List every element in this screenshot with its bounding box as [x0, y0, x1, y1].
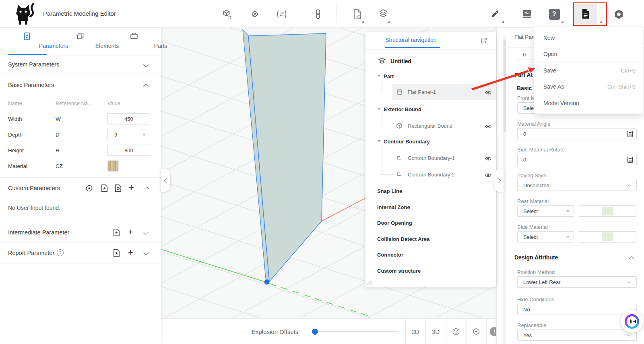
- tree-group-contour-boundary[interactable]: Contour Boundary: [384, 139, 430, 145]
- view-3d-button[interactable]: 3D: [425, 319, 446, 344]
- material-swatch[interactable]: [107, 160, 119, 172]
- visibility-eye-icon[interactable]: [485, 155, 491, 163]
- view-2d-button[interactable]: 2D: [405, 319, 425, 344]
- tree-item-flat-panel-1[interactable]: Flat Panel-1: [408, 89, 436, 95]
- explosion-slider-handle[interactable]: [312, 329, 318, 335]
- tree-group-snap-line[interactable]: Snap Line: [377, 188, 402, 194]
- monitor-activity-icon[interactable]: [520, 8, 534, 20]
- tree-group-connector[interactable]: Connector: [377, 252, 403, 258]
- section-custom-parameters[interactable]: Custom Parameters: [8, 185, 60, 191]
- panel-resize-handle[interactable]: [367, 280, 372, 287]
- rear-material-select[interactable]: Select: [517, 205, 574, 217]
- tree-group-collision-detect-area[interactable]: Collision Detect Area: [377, 236, 429, 242]
- chevron-up-icon[interactable]: [629, 256, 634, 261]
- tree-group-custom-structure[interactable]: Custom structure: [377, 268, 421, 274]
- visibility-eye-icon[interactable]: [485, 89, 491, 97]
- assistant-widget[interactable]: [621, 310, 643, 333]
- pencil-icon[interactable]: [487, 8, 502, 20]
- file-export-icon[interactable]: [114, 184, 122, 194]
- swap-icon[interactable]: [275, 8, 289, 20]
- depth-select[interactable]: 9: [107, 129, 150, 140]
- structural-navigation-tab[interactable]: Structural navigation: [385, 37, 437, 43]
- tab-parameters[interactable]: Parameters: [0, 27, 54, 56]
- section-system-parameters[interactable]: System Parameters: [8, 61, 59, 68]
- front-material-label: Front M: [517, 95, 535, 101]
- hide-conditions-input[interactable]: No: [517, 304, 637, 315]
- menu-item-label: New: [543, 35, 555, 41]
- collapse-right-panel-handle[interactable]: [494, 169, 504, 192]
- side-material-select[interactable]: Select: [517, 231, 574, 242]
- tree-item-rectangular-bound[interactable]: Rectangular Bound: [408, 123, 452, 129]
- chevron-down-icon[interactable]: [143, 250, 149, 255]
- height-input[interactable]: 800: [107, 145, 150, 156]
- width-input[interactable]: 450: [107, 113, 150, 124]
- link-icon[interactable]: [311, 8, 325, 20]
- file-star-icon[interactable]: [113, 249, 120, 259]
- material-angle-label: Material Angle: [517, 121, 550, 127]
- collapse-left-panel-handle[interactable]: [161, 169, 170, 192]
- calculator-icon[interactable]: [627, 131, 633, 137]
- column-header-value: Value: [107, 100, 120, 106]
- help-circle-icon[interactable]: ?: [57, 249, 64, 256]
- app-logo-cat[interactable]: [12, 2, 38, 26]
- menu-item-save-as[interactable]: Save As Ctrl+Shift+S: [534, 79, 643, 95]
- tab-elements[interactable]: Elements: [54, 27, 107, 56]
- expanded-triangle-icon[interactable]: [378, 140, 381, 142]
- explosion-slider-track[interactable]: [312, 331, 398, 332]
- rear-material-swatch[interactable]: [579, 205, 636, 217]
- origin-point[interactable]: [264, 280, 270, 285]
- expanded-triangle-icon[interactable]: [378, 108, 381, 110]
- visibility-eye-icon[interactable]: [485, 123, 491, 131]
- menu-item-new[interactable]: New: [534, 30, 643, 46]
- component-icon[interactable]: [220, 8, 234, 20]
- material-angle-input[interactable]: 0: [517, 128, 637, 139]
- calculator-icon[interactable]: [627, 156, 633, 163]
- side-material-rotate-input[interactable]: 0: [517, 154, 637, 165]
- menu-item-save[interactable]: Save Ctrl+S: [534, 62, 643, 79]
- add-parameter-button[interactable]: +: [128, 228, 133, 236]
- file-star-icon[interactable]: [113, 228, 120, 238]
- chevron-down-icon[interactable]: [143, 62, 149, 67]
- file-star-icon[interactable]: [101, 184, 108, 194]
- isometric-view-button[interactable]: [446, 319, 466, 344]
- tab-parts[interactable]: Parts: [107, 27, 161, 56]
- tree-group-internal-zone[interactable]: Internal Zone: [377, 204, 410, 210]
- tree-item-contour-boundary-1[interactable]: Contour Boundary-1: [408, 155, 455, 161]
- settings-nut-icon[interactable]: [611, 8, 626, 20]
- section-report-parameter[interactable]: Report Parameter: [8, 250, 54, 256]
- menu-item-open[interactable]: Open: [534, 46, 643, 62]
- target-icon[interactable]: [85, 184, 93, 194]
- tree-root-untitled[interactable]: Untitled: [390, 58, 411, 64]
- help-icon[interactable]: ?: [547, 8, 561, 20]
- chevron-up-icon[interactable]: [144, 187, 149, 192]
- replaceable-select[interactable]: Yes: [517, 329, 637, 341]
- tree-item-contour-boundary-2[interactable]: Contour Boundary-2: [408, 172, 455, 178]
- menu-item-model-version[interactable]: Model Version: [534, 95, 643, 111]
- expand-panel-icon[interactable]: [481, 37, 487, 45]
- add-parameter-button[interactable]: +: [128, 249, 133, 257]
- position-method-select[interactable]: Lower Left Rear: [517, 276, 637, 288]
- publish-model-icon[interactable]: [376, 8, 390, 20]
- wood-texture: [108, 161, 118, 171]
- section-intermediate-parameter[interactable]: Intermediate Parameter: [8, 229, 69, 236]
- tree-group-door-opening[interactable]: Door Opening: [377, 220, 412, 226]
- tree-group-exterior-bound[interactable]: Exterior Bound: [384, 106, 421, 112]
- file-settings-icon[interactable]: [350, 8, 365, 20]
- chevron-up-icon[interactable]: [143, 84, 149, 89]
- tree-group-part[interactable]: Part: [384, 73, 394, 79]
- parts-tab-icon: [107, 32, 161, 39]
- knot-icon[interactable]: [248, 8, 262, 20]
- expanded-triangle-icon[interactable]: [378, 75, 381, 77]
- scrollbar-thumb[interactable]: [504, 39, 506, 132]
- chevron-down-icon[interactable]: [143, 230, 149, 235]
- add-parameter-button[interactable]: +: [129, 184, 134, 192]
- design-attribute-header[interactable]: Design Attribute: [514, 254, 558, 261]
- paving-style-select[interactable]: Unselected: [517, 180, 637, 191]
- section-basic-parameters[interactable]: Basic Parameters: [8, 82, 54, 88]
- param-name: Material: [8, 163, 27, 169]
- side-material-swatch[interactable]: [579, 231, 636, 242]
- focus-view-button[interactable]: [466, 319, 486, 344]
- contour-icon: [396, 171, 402, 179]
- position-method-value: Lower Left Rear: [523, 279, 561, 285]
- visibility-eye-icon[interactable]: [485, 172, 491, 179]
